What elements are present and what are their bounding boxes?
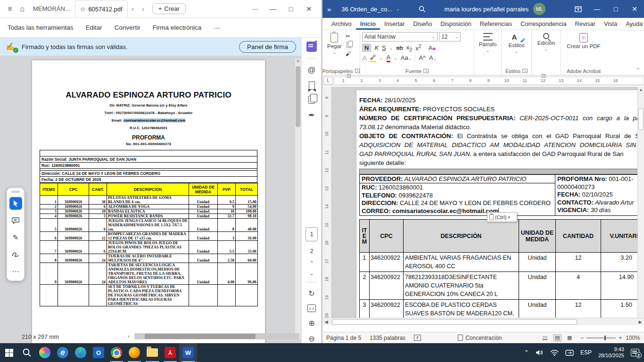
web-layout-icon[interactable]: ▦	[565, 334, 574, 342]
crear-pdf-button[interactable]: ⎘ Crear un PDF	[564, 32, 603, 50]
subscript-button[interactable]: x2	[406, 44, 413, 52]
outlook-button[interactable]: O	[90, 343, 107, 362]
page-down-icon[interactable]: ⌄	[309, 272, 314, 275]
tab-insertar[interactable]: Insertar	[380, 19, 409, 30]
edicion-button[interactable]: Edición ⌄	[535, 32, 558, 52]
clear-format-button[interactable]: A◆	[429, 44, 436, 51]
hamburger-menu-icon[interactable]: ≡	[4, 3, 16, 15]
group-label-estilos[interactable]: Estilos↘	[504, 67, 529, 75]
zoom-level[interactable]: 100%	[626, 335, 640, 341]
word-count[interactable]: 1335 palabras	[370, 335, 405, 341]
page-thumbnails-icon[interactable]	[308, 96, 315, 104]
home-icon[interactable]: ⌂	[16, 3, 28, 15]
zoom-thumb[interactable]	[604, 336, 606, 340]
scroll-thumb[interactable]	[638, 108, 644, 130]
highlight-color-button[interactable]: 🖉	[370, 54, 376, 62]
dialog-launcher-icon[interactable]: ↘	[355, 69, 360, 73]
parrafo-button[interactable]: Párrafo ⌄	[476, 32, 500, 54]
taskbar-search-button[interactable]	[18, 343, 36, 362]
comment-tool-button[interactable]	[9, 214, 22, 227]
page-indicator[interactable]: Página 1 de 5	[326, 335, 361, 341]
rotate-page-icon[interactable]: ↻	[308, 289, 314, 298]
connect-display-icon[interactable]	[565, 350, 574, 356]
star-icon[interactable]: ☆	[80, 6, 86, 13]
horizontal-ruler[interactable]: L 12345678910111213141516	[322, 75, 644, 86]
underline-button[interactable]: S	[382, 44, 386, 51]
print-layout-icon[interactable]: ▤	[553, 334, 561, 342]
tab-active-pdf[interactable]: ☆ 6057412.pdf	[75, 0, 128, 17]
selected-email-text[interactable]: comisariatoescolar.ec@hotmail.com	[124, 118, 186, 123]
group-label-fuente[interactable]: Fuente↘	[362, 67, 472, 75]
start-button[interactable]	[0, 343, 18, 362]
tab-vista[interactable]: Vista	[600, 19, 621, 30]
search-box[interactable]: maria lourdes peñafiel parrales	[419, 6, 528, 13]
nav-forward-icon[interactable]: ›	[138, 5, 149, 13]
tab-inicio[interactable]: Inicio	[356, 19, 380, 30]
acrobat-button[interactable]: ⅄	[161, 343, 179, 362]
mention-comments-icon[interactable]: @	[307, 66, 315, 75]
maximize-button[interactable]: □	[606, 0, 625, 18]
highlight-tool-button[interactable]: ✎	[9, 231, 22, 244]
scroll-thumb[interactable]	[145, 334, 256, 339]
estilos-button[interactable]: A Estilos ⌄	[506, 32, 528, 55]
collapse-ribbon-icon[interactable]: ⌃	[632, 65, 644, 75]
fit-page-icon[interactable]: 1:1	[307, 304, 316, 312]
paste-options-button[interactable]: (Ctrl) ▾	[487, 212, 517, 222]
draw-tool-button[interactable]	[9, 248, 22, 261]
file-explorer-button[interactable]	[143, 343, 161, 362]
bold-button[interactable]: N	[362, 44, 371, 52]
copilot-button[interactable]	[36, 343, 54, 362]
read-mode-icon[interactable]: 🕮	[541, 334, 549, 342]
text-effects-button[interactable]: A	[362, 54, 367, 62]
indent-marker[interactable]	[542, 74, 545, 78]
cut-icon[interactable]: ✂	[346, 33, 352, 40]
paste-button[interactable]: Pegar ⌄	[324, 32, 345, 56]
pdf-horizontal-scrollbar[interactable]: ‹ ›	[134, 333, 299, 339]
tab-archivo[interactable]: Archivo	[327, 19, 356, 30]
crear-button[interactable]: +Crear	[152, 3, 186, 14]
panel-de-firma-button[interactable]: Panel de firma	[239, 41, 296, 53]
page-number-next[interactable]: 2	[310, 248, 314, 255]
word-page[interactable]: FECHA: 28/10/2025 ÁREA REQUIRENTE: PROYE…	[356, 90, 637, 325]
tab-referencias[interactable]: Referencias	[476, 19, 516, 30]
toolbar-more-icon[interactable]: ⋯	[214, 24, 220, 32]
scroll-left-icon[interactable]: ‹	[128, 333, 130, 339]
ai-assistant-icon[interactable]	[306, 41, 317, 52]
focus-mode[interactable]: Concentración	[458, 335, 502, 341]
menu-firma-electronica[interactable]: Firma electrónica	[153, 24, 202, 31]
scroll-right-icon[interactable]: ▶	[636, 320, 644, 324]
more-tools-icon[interactable]: ⋯	[9, 265, 22, 278]
copy-icon[interactable]	[347, 42, 351, 48]
nav-back-icon[interactable]: ‹	[128, 5, 138, 13]
scroll-left-icon[interactable]: ◀	[322, 320, 330, 324]
firefox-button[interactable]	[125, 343, 143, 362]
menu-editar[interactable]: Editar	[86, 24, 102, 31]
vertical-ruler[interactable]: 891011121314151617181920	[322, 87, 331, 325]
sign-pen-icon[interactable]: ✒	[308, 110, 315, 120]
change-case-button[interactable]: Aa⌄	[401, 54, 412, 61]
ribbon-display-icon[interactable]	[569, 0, 587, 18]
page-up-icon[interactable]: ⌃	[309, 261, 314, 265]
quick-access-more[interactable]: »	[327, 5, 331, 13]
more-options-icon[interactable]: ⋯	[246, 2, 264, 16]
zoom-slider[interactable]: − +	[580, 335, 622, 341]
font-name-select[interactable]: Arial Narrow⌄	[362, 32, 438, 41]
scroll-thumb[interactable]	[332, 319, 577, 325]
zoom-in-icon[interactable]: +	[619, 335, 622, 341]
grow-font-button[interactable]: A^	[419, 54, 426, 61]
maximize-button[interactable]: □	[282, 2, 300, 16]
scroll-up-icon[interactable]: ▲	[638, 88, 644, 92]
close-button[interactable]: ✕	[625, 0, 644, 18]
edge-button[interactable]	[72, 343, 90, 362]
word-button[interactable]: W	[179, 343, 197, 362]
tab-revisar[interactable]: Revisar	[571, 19, 600, 30]
tab-diseno[interactable]: Diseño	[409, 19, 436, 30]
dialog-launcher-icon[interactable]: ↘	[522, 69, 528, 73]
notifications-icon[interactable]: 2	[631, 349, 639, 356]
spellcheck-icon[interactable]: ✗	[414, 335, 421, 341]
tab-correspondencia[interactable]: Correspondencia	[516, 19, 570, 30]
wifi-icon[interactable]	[550, 350, 559, 356]
italic-button[interactable]: K	[374, 44, 379, 51]
tab-disposicion[interactable]: Disposición	[436, 19, 475, 30]
select-tool-button[interactable]	[9, 197, 22, 210]
